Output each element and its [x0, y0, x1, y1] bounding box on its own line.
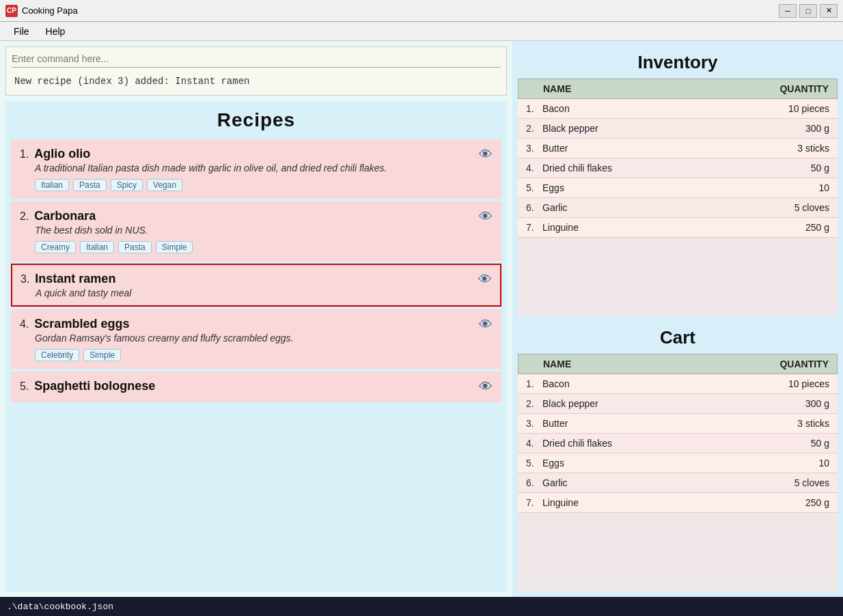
recipe-header: 4. Scrambled eggs Gordan Ramsay's famous…	[20, 317, 493, 361]
row-name: Bacon	[542, 103, 761, 114]
eye-icon[interactable]: 👁	[479, 147, 493, 163]
command-input[interactable]	[12, 53, 501, 68]
recipe-tags: CelebritySimple	[35, 349, 294, 361]
recipe-item[interactable]: 4. Scrambled eggs Gordan Ramsay's famous…	[11, 309, 501, 369]
recipe-item[interactable]: 2. Carbonara The best dish sold in NUS. …	[11, 201, 501, 261]
inventory-table: NAME QUANTITY 1. Bacon 10 pieces 2. Blac…	[518, 79, 838, 316]
inventory-section: Inventory NAME QUANTITY 1. Bacon 10 piec…	[518, 46, 838, 316]
row-name: Butter	[542, 143, 761, 154]
cart-section: Cart NAME QUANTITY 1. Bacon 10 pieces 2.…	[518, 322, 838, 591]
recipe-name: Aglio olio	[34, 147, 90, 161]
table-row: 2. Black pepper 300 g	[518, 119, 838, 139]
table-row: 5. Eggs 10	[518, 453, 838, 473]
recipe-number: 1.	[20, 148, 29, 160]
recipe-title-block: 2. Carbonara The best dish sold in NUS. …	[20, 209, 193, 253]
recipe-number: 4.	[20, 318, 29, 331]
inventory-col-qty: QUANTITY	[760, 83, 829, 94]
menu-help[interactable]: Help	[38, 23, 74, 40]
row-name: Black pepper	[542, 398, 761, 409]
recipe-title-block: 1. Aglio olio A traditional Italian past…	[20, 147, 387, 191]
table-row: 2. Black pepper 300 g	[518, 394, 838, 414]
row-name: Garlic	[542, 477, 761, 488]
app-icon: CP	[5, 5, 18, 17]
recipe-tag: Italian	[35, 179, 69, 191]
row-name: Linguine	[542, 222, 761, 233]
row-quantity: 5 cloves	[761, 202, 829, 213]
row-number: 4.	[526, 438, 542, 449]
row-quantity: 3 sticks	[761, 418, 829, 429]
row-name: Bacon	[542, 378, 761, 389]
row-quantity: 10	[761, 182, 829, 193]
row-name: Butter	[542, 418, 761, 429]
row-number: 6.	[526, 477, 542, 488]
row-number: 3.	[526, 143, 542, 154]
recipe-tag: Pasta	[118, 241, 152, 253]
row-quantity: 250 g	[761, 497, 829, 508]
row-quantity: 10 pieces	[761, 378, 829, 389]
recipe-tag: Simple	[83, 349, 121, 361]
cart-col-qty: QUANTITY	[760, 359, 829, 369]
inventory-table-header: NAME QUANTITY	[518, 79, 838, 99]
recipe-number: 3.	[20, 273, 29, 285]
command-output: New recipe (index 3) added: Instant rame…	[12, 73, 501, 89]
recipe-item[interactable]: 3. Instant ramen A quick and tasty meal …	[11, 264, 501, 307]
row-name: Black pepper	[542, 123, 761, 134]
eye-icon[interactable]: 👁	[479, 317, 493, 333]
eye-icon[interactable]: 👁	[479, 379, 493, 395]
minimize-button[interactable]: ─	[779, 4, 797, 18]
row-quantity: 50 g	[761, 163, 829, 173]
recipe-tag: Italian	[80, 241, 114, 253]
recipe-number: 2.	[20, 210, 29, 223]
window-controls: ─ □ ✕	[779, 4, 838, 18]
row-quantity: 300 g	[761, 398, 829, 409]
left-panel: New recipe (index 3) added: Instant rame…	[0, 41, 512, 597]
recipe-tag: Spicy	[111, 179, 143, 191]
row-number: 3.	[526, 418, 542, 429]
recipe-title-row: 5. Spaghetti bolognese	[20, 379, 155, 393]
table-row: 1. Bacon 10 pieces	[518, 374, 838, 394]
recipes-panel: Recipes 1. Aglio olio A traditional Ital…	[5, 101, 507, 591]
row-number: 5.	[526, 458, 542, 468]
title-bar: CP Cooking Papa ─ □ ✕	[0, 0, 843, 22]
row-name: Eggs	[542, 182, 761, 193]
recipe-title-row: 2. Carbonara	[20, 209, 193, 223]
recipe-title-row: 1. Aglio olio	[20, 147, 387, 161]
recipes-list[interactable]: 1. Aglio olio A traditional Italian past…	[5, 137, 507, 591]
recipe-item[interactable]: 5. Spaghetti bolognese 👁	[11, 372, 501, 402]
row-number: 5.	[526, 182, 542, 193]
row-number: 1.	[526, 103, 542, 114]
recipe-tags: ItalianPastaSpicyVegan	[35, 179, 387, 191]
row-quantity: 10	[761, 458, 829, 468]
recipe-header: 2. Carbonara The best dish sold in NUS. …	[20, 209, 493, 253]
recipe-header: 1. Aglio olio A traditional Italian past…	[20, 147, 493, 191]
cart-col-name: NAME	[543, 359, 760, 369]
recipe-header: 5. Spaghetti bolognese 👁	[20, 379, 493, 395]
recipe-name: Carbonara	[34, 209, 96, 223]
row-quantity: 3 sticks	[761, 143, 829, 154]
inventory-rows: 1. Bacon 10 pieces 2. Black pepper 300 g…	[518, 99, 838, 238]
recipe-item[interactable]: 1. Aglio olio A traditional Italian past…	[11, 139, 501, 199]
cart-rows: 1. Bacon 10 pieces 2. Black pepper 300 g…	[518, 374, 838, 513]
recipe-desc: Gordan Ramsay's famous creamy and fluffy…	[35, 333, 294, 344]
recipe-tag: Celebrity	[35, 349, 79, 361]
recipe-desc: The best dish sold in NUS.	[35, 225, 193, 236]
recipe-desc: A quick and tasty meal	[36, 288, 131, 298]
row-number: 7.	[526, 497, 542, 508]
right-panel: Inventory NAME QUANTITY 1. Bacon 10 piec…	[512, 41, 843, 597]
recipe-header: 3. Instant ramen A quick and tasty meal …	[20, 272, 492, 298]
row-quantity: 250 g	[761, 222, 829, 233]
row-number: 7.	[526, 222, 542, 233]
row-name: Dried chili flakes	[542, 163, 761, 173]
table-row: 3. Butter 3 sticks	[518, 139, 838, 158]
close-button[interactable]: ✕	[820, 4, 838, 18]
table-row: 7. Linguine 250 g	[518, 218, 838, 238]
menu-file[interactable]: File	[5, 23, 38, 40]
maximize-button[interactable]: □	[799, 4, 817, 18]
cart-table-header: NAME QUANTITY	[518, 354, 838, 374]
eye-icon[interactable]: 👁	[478, 272, 492, 288]
app-title: Cooking Papa	[22, 5, 779, 16]
table-row: 6. Garlic 5 cloves	[518, 473, 838, 493]
eye-icon[interactable]: 👁	[479, 209, 493, 225]
recipe-tag: Simple	[156, 241, 193, 253]
recipe-title-block: 3. Instant ramen A quick and tasty meal	[20, 272, 131, 298]
